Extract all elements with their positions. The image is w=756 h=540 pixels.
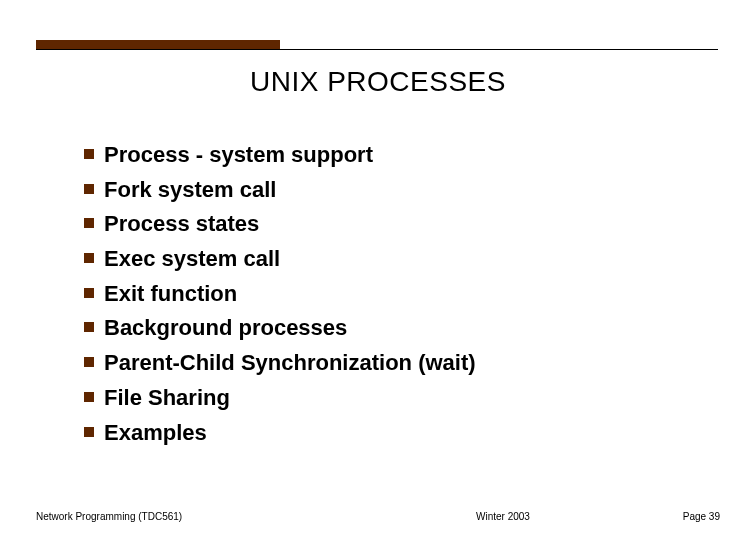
slide-footer: Network Programming (TDC561) Winter 2003… [36, 511, 720, 522]
list-item-text: Process - system support [104, 140, 373, 170]
list-item-text: Parent-Child Synchronization (wait) [104, 348, 476, 378]
bullet-icon [84, 322, 94, 332]
list-item-text: Exec system call [104, 244, 280, 274]
bullet-icon [84, 218, 94, 228]
bullet-icon [84, 149, 94, 159]
list-item: Process states [84, 209, 664, 239]
list-item: Process - system support [84, 140, 664, 170]
list-item: Fork system call [84, 175, 664, 205]
list-item-text: Exit function [104, 279, 237, 309]
list-item-text: File Sharing [104, 383, 230, 413]
footer-right: Page 39 [683, 511, 720, 522]
list-item-text: Process states [104, 209, 259, 239]
bullet-icon [84, 392, 94, 402]
list-item: Background processes [84, 313, 664, 343]
list-item-text: Background processes [104, 313, 347, 343]
list-item: Exit function [84, 279, 664, 309]
bullet-icon [84, 253, 94, 263]
list-item-text: Examples [104, 418, 207, 448]
list-item: File Sharing [84, 383, 664, 413]
list-item: Exec system call [84, 244, 664, 274]
divider-line [36, 49, 718, 50]
list-item: Parent-Child Synchronization (wait) [84, 348, 664, 378]
footer-center: Winter 2003 [476, 511, 530, 522]
bullet-icon [84, 184, 94, 194]
bullet-icon [84, 427, 94, 437]
footer-left: Network Programming (TDC561) [36, 511, 182, 522]
list-item-text: Fork system call [104, 175, 276, 205]
bullet-icon [84, 357, 94, 367]
list-item: Examples [84, 418, 664, 448]
bullet-icon [84, 288, 94, 298]
bullet-list: Process - system support Fork system cal… [84, 140, 664, 452]
slide-title: UNIX PROCESSES [0, 66, 756, 98]
